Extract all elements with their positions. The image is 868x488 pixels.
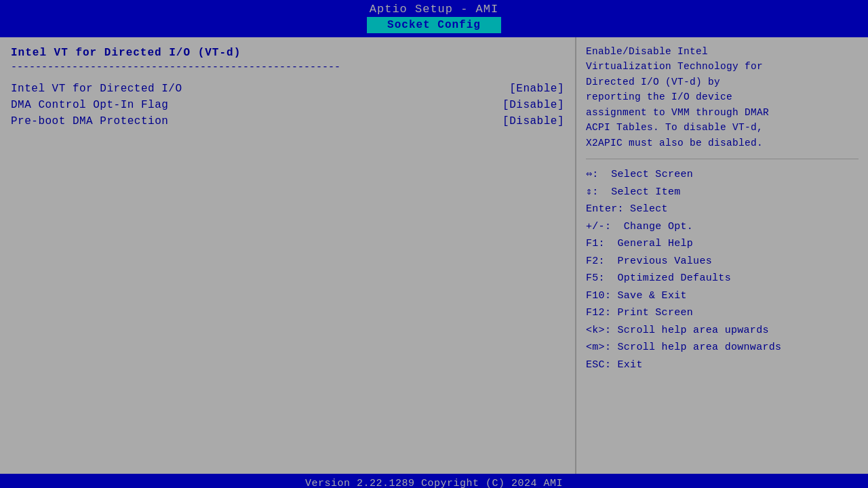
key-m: <m>: Scroll help area downwards <box>586 339 859 357</box>
divider: ----------------------------------------… <box>11 62 564 73</box>
menu-item-vt[interactable]: Intel VT for Directed I/O [Enable] <box>11 83 564 95</box>
footer-text: Version 2.22.1289 Copyright (C) 2024 AMI <box>305 478 563 489</box>
section-title: Intel VT for Directed I/O (VT-d) <box>11 47 564 59</box>
help-text: Enable/Disable Intel Virtualization Tech… <box>586 44 859 150</box>
key-f1: F1: General Help <box>586 235 859 253</box>
menu-label-vt: Intel VT for Directed I/O <box>11 83 182 95</box>
key-f5: F5: Optimized Defaults <box>586 270 859 287</box>
key-change-opt: +/-: Change Opt. <box>586 218 859 236</box>
key-select-screen: ⇔: Select Screen <box>586 166 859 184</box>
header: Aptio Setup - AMI Socket Config <box>0 0 868 35</box>
subtitle-bar: Socket Config <box>367 17 501 33</box>
main-content: Intel VT for Directed I/O (VT-d) -------… <box>0 37 868 474</box>
key-select-item: ⇕: Select Item <box>586 184 859 201</box>
left-panel: Intel VT for Directed I/O (VT-d) -------… <box>0 37 575 474</box>
app-title: Aptio Setup - AMI <box>0 3 868 16</box>
key-f10: F10: Save & Exit <box>586 287 859 305</box>
page-subtitle: Socket Config <box>387 19 481 31</box>
separator <box>586 159 859 159</box>
menu-label-dma: DMA Control Opt-In Flag <box>11 99 168 111</box>
key-bindings: ⇔: Select Screen ⇕: Select Item Enter: S… <box>586 166 859 373</box>
right-panel: Enable/Disable Intel Virtualization Tech… <box>575 37 868 474</box>
menu-value-vt: [Enable] <box>509 83 564 95</box>
key-esc: ESC: Exit <box>586 357 859 374</box>
menu-label-preboot: Pre-boot DMA Protection <box>11 115 168 127</box>
menu-item-preboot[interactable]: Pre-boot DMA Protection [Disable] <box>11 115 564 127</box>
key-f12: F12: Print Screen <box>586 304 859 322</box>
menu-value-preboot: [Disable] <box>502 115 564 127</box>
key-k: <k>: Scroll help area upwards <box>586 322 859 340</box>
footer: Version 2.22.1289 Copyright (C) 2024 AMI <box>0 474 868 488</box>
menu-value-dma: [Disable] <box>502 99 564 111</box>
key-f2: F2: Previous Values <box>586 253 859 270</box>
key-enter: Enter: Select <box>586 201 859 218</box>
menu-item-dma[interactable]: DMA Control Opt-In Flag [Disable] <box>11 99 564 111</box>
